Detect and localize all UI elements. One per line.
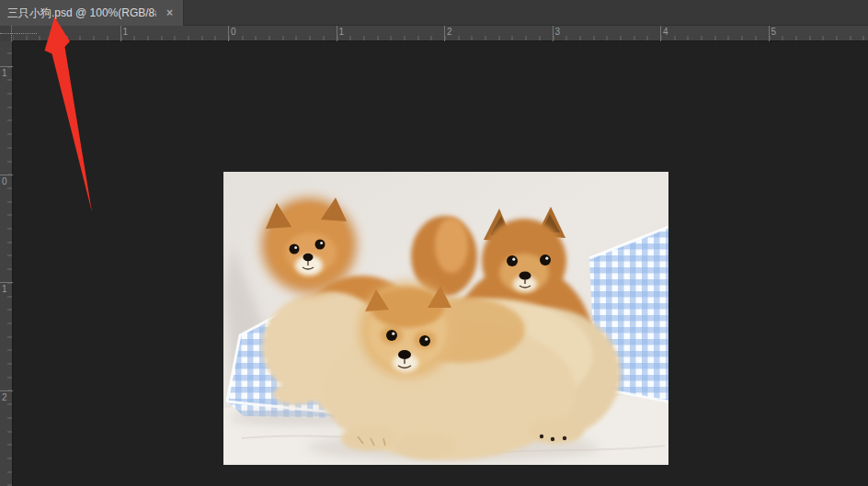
h-ruler-major-tick: 2: [444, 26, 445, 41]
document-tab-bar: 三只小狗.psd @ 100%(RGB/8#) ×: [0, 0, 868, 26]
vertical-ruler[interactable]: 1012: [0, 41, 13, 486]
h-ruler-major-tick: 1: [120, 26, 121, 41]
h-ruler-label: 0: [231, 27, 236, 37]
h-ruler-major-tick: 3: [553, 26, 554, 41]
ruler-origin-dotted-line-v: [11, 26, 12, 41]
h-ruler-label: 3: [555, 27, 561, 37]
h-ruler-label: 1: [339, 27, 345, 37]
photo-document[interactable]: [223, 172, 668, 465]
v-ruler-label: 1: [2, 68, 7, 78]
h-ruler-major-tick: 0: [228, 26, 229, 41]
h-ruler-major-tick: 5: [769, 26, 770, 41]
ruler-origin-dotted-line-h: [0, 33, 37, 34]
v-ruler-label: 0: [2, 176, 7, 186]
h-ruler-label: 5: [771, 27, 777, 37]
h-ruler-label: 4: [663, 27, 668, 37]
photoshop-window: 三只小狗.psd @ 100%(RGB/8#) × 1012345 1012: [0, 0, 868, 486]
h-ruler-label: 1: [123, 27, 129, 37]
h-ruler-major-tick: 4: [660, 26, 661, 41]
h-ruler-major-tick: 1: [337, 26, 337, 41]
horizontal-ruler[interactable]: 1012345: [0, 26, 868, 41]
h-ruler-label: 2: [447, 27, 452, 37]
v-ruler-label: 2: [2, 392, 7, 402]
v-ruler-major-tick: 0: [0, 175, 13, 175]
document-tab-title: 三只小狗.psd @ 100%(RGB/8#): [7, 6, 156, 21]
v-ruler-major-tick: 1: [0, 66, 13, 67]
v-ruler-label: 1: [2, 284, 7, 294]
v-ruler-major-tick: 2: [0, 390, 13, 391]
document-tab[interactable]: 三只小狗.psd @ 100%(RGB/8#) ×: [0, 0, 184, 26]
canvas-workspace[interactable]: [13, 41, 868, 486]
v-ruler-major-tick: 1: [0, 282, 13, 283]
close-icon[interactable]: ×: [164, 6, 176, 20]
